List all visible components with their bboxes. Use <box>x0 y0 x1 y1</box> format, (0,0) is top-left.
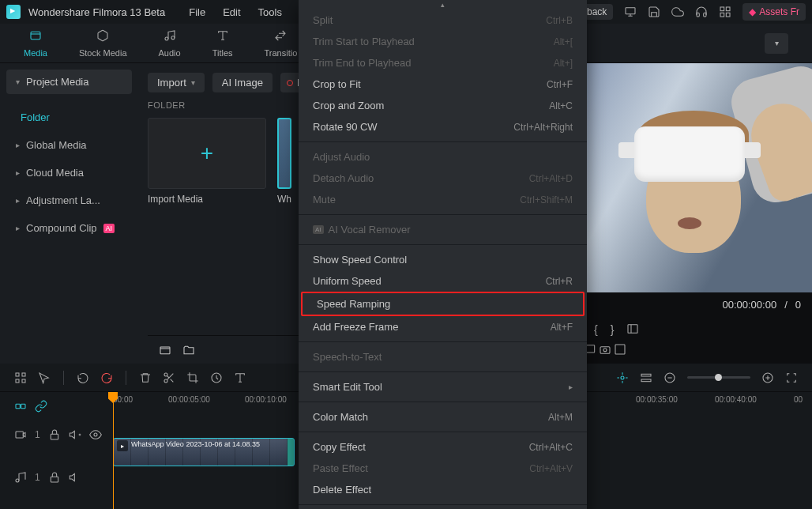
ctx-color-match[interactable]: Color MatchAlt+M <box>299 406 587 428</box>
menu-bar: File Edit Tools Vi <box>189 6 308 18</box>
new-badge: AI <box>103 224 115 233</box>
svg-rect-23 <box>641 379 651 382</box>
ctx-speech-to-text[interactable]: Speech-to-Text <box>299 346 587 368</box>
sidebar-adjustment-layer[interactable]: ▸Adjustment La... <box>6 187 132 214</box>
chevron-right-icon: ▸ <box>16 141 20 149</box>
expand-icon[interactable] <box>614 346 626 358</box>
menu-tools[interactable]: Tools <box>258 6 282 18</box>
preview-viewport[interactable] <box>583 63 812 292</box>
mute-icon[interactable] <box>69 428 81 441</box>
track-icon[interactable] <box>640 371 652 384</box>
record-icon <box>287 80 293 86</box>
ctx-ai-vocal-remover[interactable]: AIAI Vocal Remover <box>299 219 587 240</box>
ctx-copy-effect[interactable]: Copy EffectCtrl+Alt+C <box>299 436 587 458</box>
cursor-icon[interactable] <box>38 371 51 384</box>
ctx-trim-start[interactable]: Trim Start to PlayheadAlt+[ <box>299 31 587 52</box>
video-clip[interactable]: ▸ WhatsApp Video 2023-10-06 at 14.08.35 <box>113 438 295 466</box>
project-media-header[interactable]: ▾ Project Media <box>6 70 132 94</box>
snapshot-icon[interactable] <box>599 346 611 358</box>
chevron-down-icon: ▾ <box>16 77 20 86</box>
text-icon[interactable] <box>234 371 246 384</box>
sidebar-compound-clip[interactable]: ▸Compound ClipAI <box>6 214 132 242</box>
save-icon[interactable] <box>648 6 660 18</box>
split-icon[interactable] <box>163 371 175 384</box>
zoom-in-icon[interactable] <box>761 371 774 384</box>
undo-icon[interactable] <box>77 371 89 384</box>
ctx-paste-effect[interactable]: Paste EffectCtrl+Alt+V <box>299 458 587 479</box>
ctx-mute[interactable]: MuteCtrl+Shift+M <box>299 189 587 210</box>
aspect-ratio-dropdown[interactable]: ▾ <box>765 33 788 54</box>
svg-rect-0 <box>626 8 635 14</box>
nav-audio[interactable]: Audio <box>159 29 181 58</box>
marker-icon[interactable] <box>616 371 629 384</box>
ctx-rotate[interactable]: Rotate 90 CWCtrl+Alt+Right <box>299 116 587 138</box>
media-icon <box>29 29 42 46</box>
import-media-label: Import Media <box>148 194 266 205</box>
assets-button[interactable]: ◆Assets Fr <box>742 3 806 21</box>
svg-rect-9 <box>628 324 637 333</box>
chain-icon[interactable] <box>35 400 47 413</box>
zoom-fit-icon[interactable] <box>785 371 798 384</box>
mute-icon[interactable] <box>69 471 81 484</box>
nav-transitions[interactable]: Transitio <box>265 29 298 58</box>
headphones-icon[interactable] <box>695 6 708 18</box>
import-dropdown[interactable]: Import▾ <box>148 73 205 92</box>
menu-handle-icon: ▴ <box>299 0 587 9</box>
ai-badge-icon: AI <box>313 225 324 234</box>
media-clip-tile[interactable] <box>277 118 291 189</box>
svg-rect-1 <box>720 7 724 11</box>
clip-tile-label: Wh <box>277 194 291 205</box>
ctx-smart-edit-tool[interactable]: Smart Edit Tool▸ <box>299 376 587 398</box>
ctx-detach-audio[interactable]: Detach AudioCtrl+Alt+D <box>299 168 587 189</box>
nav-titles[interactable]: Titles <box>212 29 233 58</box>
nav-media[interactable]: Media <box>24 29 47 58</box>
svg-rect-28 <box>16 432 23 438</box>
ctx-crop-zoom[interactable]: Crop and ZoomAlt+C <box>299 95 587 116</box>
ctx-split[interactable]: SplitCtrl+B <box>299 9 587 31</box>
mark-in-icon[interactable]: { <box>594 323 598 336</box>
submenu-arrow-icon: ▸ <box>569 383 573 391</box>
ai-image-button[interactable]: AI Image <box>212 73 273 92</box>
layout-icon[interactable] <box>626 322 639 337</box>
visibility-icon[interactable] <box>89 428 102 441</box>
import-media-tile[interactable]: + <box>148 118 266 189</box>
ruler-tick: 00 <box>794 395 803 404</box>
delete-icon[interactable] <box>139 371 152 384</box>
lock-icon[interactable] <box>48 428 61 441</box>
ctx-show-speed-control[interactable]: Show Speed Control <box>299 249 587 270</box>
menu-file[interactable]: File <box>189 6 205 18</box>
app-logo-icon <box>6 5 21 19</box>
zoom-out-icon[interactable] <box>664 371 676 384</box>
ruler-tick: 00:00:40:00 <box>715 395 757 404</box>
link-icon[interactable] <box>14 400 27 413</box>
sidebar-global-media[interactable]: ▸Global Media <box>6 131 132 159</box>
ctx-adjust-audio[interactable]: Adjust Audio <box>299 146 587 168</box>
lock-icon[interactable] <box>48 471 61 484</box>
svg-rect-22 <box>641 374 651 376</box>
ctx-crop-fit[interactable]: Crop to FitCtrl+F <box>299 74 587 95</box>
sidebar-cloud-media[interactable]: ▸Cloud Media <box>6 159 132 187</box>
folder-icon[interactable] <box>182 344 195 356</box>
ctx-delete-effect[interactable]: Delete Effect <box>299 479 587 500</box>
ctx-uniform-speed[interactable]: Uniform SpeedCtrl+R <box>299 270 587 292</box>
svg-rect-26 <box>16 404 20 408</box>
ctx-trim-end[interactable]: Trim End to PlayheadAlt+] <box>299 52 587 74</box>
menu-edit[interactable]: Edit <box>223 6 240 18</box>
mark-out-icon[interactable]: } <box>611 323 615 336</box>
ctx-add-freeze-frame[interactable]: Add Freeze FrameAlt+F <box>299 316 587 337</box>
svg-point-30 <box>94 433 97 436</box>
cloud-icon[interactable] <box>671 6 684 18</box>
zoom-slider[interactable] <box>687 376 750 379</box>
folder-tab[interactable]: Folder <box>6 104 132 131</box>
crop-icon[interactable] <box>186 371 199 384</box>
timeline-track-controls: 1 1 <box>0 392 107 509</box>
plus-icon: + <box>201 141 213 166</box>
new-folder-icon[interactable] <box>159 344 171 356</box>
redo-icon[interactable] <box>100 371 113 384</box>
monitor-icon[interactable] <box>624 6 637 18</box>
grid-toggle-icon[interactable] <box>14 371 27 384</box>
speed-icon[interactable] <box>210 371 223 384</box>
grid-icon[interactable] <box>719 6 731 18</box>
ctx-speed-ramping[interactable]: Speed Ramping <box>303 293 583 315</box>
nav-stock-media[interactable]: Stock Media <box>79 29 127 58</box>
